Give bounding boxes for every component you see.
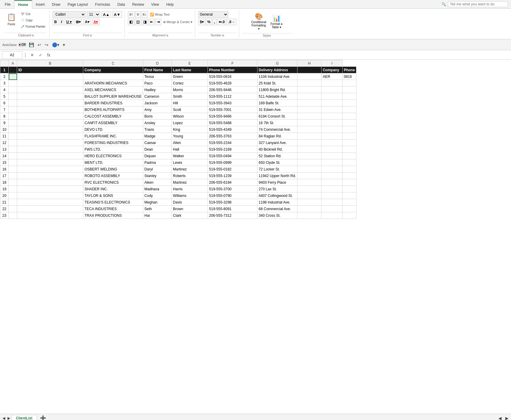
cell-13-4[interactable]: Hall bbox=[172, 146, 208, 153]
cell-23-7[interactable] bbox=[297, 212, 322, 219]
insert-function-button[interactable]: fx bbox=[45, 53, 52, 57]
col-header-E[interactable]: E bbox=[172, 60, 208, 67]
cell-20-7[interactable] bbox=[297, 192, 322, 199]
cell-15-2[interactable]: MENT LTD. bbox=[83, 159, 143, 166]
cell-11-1[interactable] bbox=[17, 133, 83, 139]
cell-16-9[interactable] bbox=[343, 166, 356, 173]
tab-draw[interactable]: Draw bbox=[48, 1, 64, 8]
save-button[interactable]: 💾 bbox=[28, 42, 35, 48]
cell-15-8[interactable] bbox=[322, 159, 343, 166]
cell-9-4[interactable]: Lopez bbox=[172, 120, 208, 126]
cell-2-9[interactable]: 0816 bbox=[343, 73, 356, 80]
tab-help[interactable]: Help bbox=[163, 1, 177, 8]
cell-21-9[interactable] bbox=[343, 199, 356, 206]
cell-18-5[interactable]: 206-555-6194 bbox=[208, 179, 257, 186]
tab-data[interactable]: Data bbox=[114, 1, 128, 8]
cell-9-8[interactable] bbox=[322, 120, 343, 126]
cell-22-8[interactable] bbox=[322, 206, 343, 212]
cell-21-4[interactable]: Davis bbox=[172, 199, 208, 206]
cell-1-3[interactable]: First Name bbox=[143, 67, 172, 73]
cell-1-4[interactable]: Last Name bbox=[172, 67, 208, 73]
cell-13-2[interactable]: FWS LTD. bbox=[83, 146, 143, 153]
cell-10-5[interactable]: 519-555-4349 bbox=[208, 126, 257, 133]
cell-14-1[interactable] bbox=[17, 153, 83, 159]
cell-7-1[interactable] bbox=[17, 106, 83, 113]
cell-15-7[interactable] bbox=[297, 159, 322, 166]
row-header-22[interactable]: 22 bbox=[0, 206, 9, 212]
cell-16-0[interactable] bbox=[9, 166, 17, 173]
cell-16-4[interactable]: Martinez bbox=[172, 166, 208, 173]
align-right-button[interactable]: ◨ bbox=[142, 19, 148, 25]
scroll-sheets-left[interactable]: ◀ bbox=[1, 415, 6, 420]
cell-4-5[interactable]: 206-555-9446 bbox=[208, 87, 257, 93]
cell-9-6[interactable]: 16 7th St. bbox=[257, 120, 297, 126]
formula-input[interactable] bbox=[54, 53, 509, 57]
cell-20-5[interactable]: 519-555-0790 bbox=[208, 192, 257, 199]
cell-17-2[interactable]: ROBOTO ASSEMBLY bbox=[83, 173, 143, 179]
cell-18-6[interactable]: 9403 Ferry Place bbox=[257, 179, 297, 186]
cell-13-8[interactable] bbox=[322, 146, 343, 153]
row-header-7[interactable]: 7 bbox=[0, 106, 9, 113]
row-header-21[interactable]: 21 bbox=[0, 199, 9, 206]
row-header-6[interactable]: 6 bbox=[0, 100, 9, 106]
cell-1-6[interactable]: Delivery Address bbox=[257, 67, 297, 73]
cell-22-4[interactable]: Brown bbox=[172, 206, 208, 212]
cell-5-7[interactable] bbox=[297, 93, 322, 100]
cell-9-7[interactable] bbox=[297, 120, 322, 126]
conditional-formatting-button[interactable]: 🎨 ConditionalFormatting ▾ bbox=[250, 11, 268, 32]
row-header-4[interactable]: 4 bbox=[0, 87, 9, 93]
cut-button[interactable]: ✂️ Cut bbox=[19, 11, 47, 17]
cell-17-7[interactable] bbox=[297, 173, 322, 179]
cell-23-3[interactable]: Hai bbox=[143, 212, 172, 219]
cell-11-5[interactable]: 206-555-3763 bbox=[208, 133, 257, 139]
cell-17-5[interactable]: 519-555-1239 bbox=[208, 173, 257, 179]
cell-3-4[interactable]: Cortez bbox=[172, 80, 208, 87]
tab-page-layout[interactable]: Page Layout bbox=[64, 1, 91, 8]
cell-18-2[interactable]: RVC ELECTRONICS bbox=[83, 179, 143, 186]
row-header-1[interactable]: 1 bbox=[0, 67, 9, 73]
font-color-button[interactable]: A▾ bbox=[92, 19, 100, 25]
cell-8-7[interactable] bbox=[297, 113, 322, 120]
borders-button[interactable]: ⊞▾ bbox=[74, 19, 82, 25]
cell-3-7[interactable] bbox=[297, 80, 322, 87]
cell-12-7[interactable] bbox=[297, 139, 322, 146]
cell-19-8[interactable] bbox=[322, 186, 343, 192]
cell-11-7[interactable] bbox=[297, 133, 322, 139]
cell-15-3[interactable]: Padma bbox=[143, 159, 172, 166]
cell-13-0[interactable] bbox=[9, 146, 17, 153]
cell-17-8[interactable] bbox=[322, 173, 343, 179]
cell-4-8[interactable] bbox=[322, 87, 343, 93]
cell-21-5[interactable]: 519-555-3298 bbox=[208, 199, 257, 206]
cell-21-2[interactable]: TEASING'S ELECTRONICS bbox=[83, 199, 143, 206]
col-header-A[interactable]: A bbox=[9, 60, 17, 67]
cell-6-0[interactable] bbox=[9, 100, 17, 106]
cell-21-1[interactable] bbox=[17, 199, 83, 206]
cell-2-1[interactable] bbox=[17, 73, 83, 80]
align-left-button[interactable]: ◧ bbox=[128, 19, 134, 25]
col-header-F[interactable]: F bbox=[208, 60, 257, 67]
cell-19-7[interactable] bbox=[297, 186, 322, 192]
cell-5-5[interactable]: 519-555-1112 bbox=[208, 93, 257, 100]
cell-20-9[interactable] bbox=[343, 192, 356, 199]
comma-button[interactable]: , bbox=[213, 19, 217, 25]
cell-8-8[interactable] bbox=[322, 113, 343, 120]
cell-12-8[interactable] bbox=[322, 139, 343, 146]
cell-11-3[interactable]: Madge bbox=[143, 133, 172, 139]
cell-1-1[interactable]: ID bbox=[17, 67, 83, 73]
customize-more-button[interactable]: ▾ bbox=[62, 42, 66, 48]
row-header-9[interactable]: 9 bbox=[0, 120, 9, 126]
redo-button[interactable]: ↪ bbox=[44, 42, 50, 48]
cell-5-4[interactable]: Smith bbox=[172, 93, 208, 100]
cell-4-4[interactable]: Morris bbox=[172, 87, 208, 93]
cell-19-5[interactable]: 519-555-3700 bbox=[208, 186, 257, 192]
align-top-left-button[interactable]: ≡↑ bbox=[128, 11, 135, 18]
cell-5-2[interactable]: BALLOT SUPPLIER WAREHOUSE bbox=[83, 93, 143, 100]
cell-3-9[interactable] bbox=[343, 80, 356, 87]
cancel-formula-button[interactable]: ✕ bbox=[29, 53, 36, 57]
cell-11-8[interactable] bbox=[322, 133, 343, 139]
row-header-3[interactable]: 3 bbox=[0, 80, 9, 87]
cell-3-2[interactable]: ARATHORN MECHANICS bbox=[83, 80, 143, 87]
cell-19-4[interactable]: Harris bbox=[172, 186, 208, 192]
cell-14-0[interactable] bbox=[9, 153, 17, 159]
cell-1-9[interactable]: Phone bbox=[343, 67, 356, 73]
